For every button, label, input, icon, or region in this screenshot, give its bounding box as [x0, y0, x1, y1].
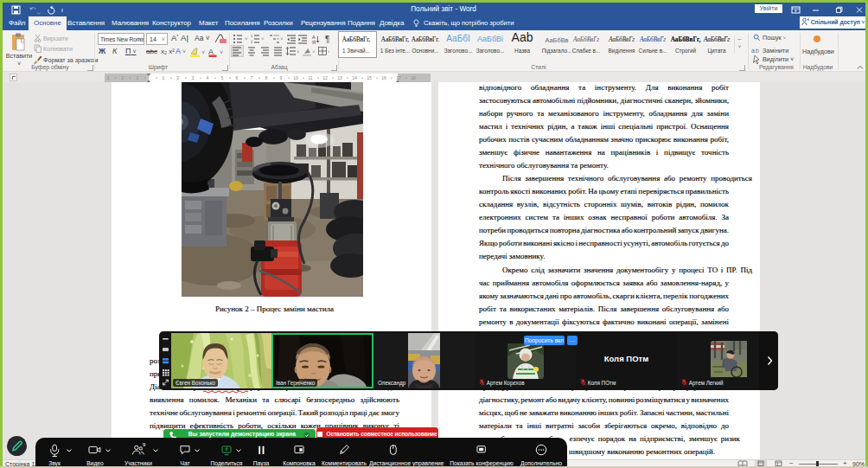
svg-text:14: 14	[352, 75, 357, 80]
svg-text:˅: ˅	[312, 49, 316, 54]
svg-text:˅: ˅	[220, 49, 223, 55]
svg-text:9: 9	[143, 442, 146, 447]
svg-text:10: 10	[293, 75, 298, 80]
svg-text:b: b	[756, 48, 759, 54]
svg-text:Я: Я	[312, 40, 316, 44]
svg-text:А: А	[208, 48, 214, 56]
svg-text:1: 1	[251, 34, 253, 38]
svg-text:9: 9	[280, 75, 283, 80]
svg-text:3: 3	[192, 75, 195, 80]
svg-text:2: 2	[177, 75, 180, 80]
svg-text:16: 16	[381, 75, 386, 80]
svg-text:˅: ˅	[297, 49, 300, 54]
svg-text:˅: ˅	[245, 36, 248, 42]
svg-text:˅: ˅	[328, 49, 329, 54]
svg-text:12: 12	[322, 75, 328, 80]
svg-text:3: 3	[107, 75, 110, 80]
svg-text:7: 7	[251, 75, 253, 80]
svg-text:˅: ˅	[261, 36, 265, 42]
svg-text:18: 18	[411, 75, 416, 80]
svg-text:˅: ˅	[201, 49, 205, 55]
svg-text:17: 17	[396, 75, 401, 80]
svg-text:4: 4	[207, 75, 209, 80]
svg-text:1: 1	[163, 75, 165, 80]
svg-text:˅: ˅	[280, 36, 284, 42]
svg-text:13: 13	[337, 75, 342, 80]
svg-text:8: 8	[265, 75, 268, 80]
svg-text:11: 11	[308, 75, 312, 80]
svg-text:5: 5	[221, 75, 224, 80]
svg-text:1: 1	[137, 75, 139, 80]
svg-text:a: a	[751, 48, 755, 54]
svg-text:6: 6	[236, 75, 239, 80]
svg-text:15: 15	[367, 75, 372, 80]
svg-text:¶: ¶	[325, 35, 329, 44]
svg-text:2: 2	[122, 75, 124, 80]
svg-text:2: 2	[251, 40, 253, 44]
